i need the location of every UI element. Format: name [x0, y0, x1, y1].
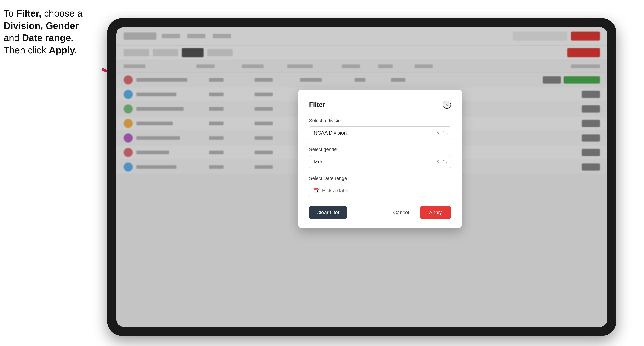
clear-filter-button[interactable]: Clear filter	[309, 206, 347, 219]
filter-modal: Filter × Select a division NCAA Division…	[298, 90, 462, 228]
instruction-line1: To Filter, choose a	[4, 8, 82, 18]
instruction-panel: To Filter, choose a Division, Gender and…	[4, 7, 106, 56]
tablet-frame: Filter × Select a division NCAA Division…	[107, 18, 616, 336]
cancel-button[interactable]: Cancel	[386, 206, 416, 219]
division-select-wrapper: NCAA Division I NCAA Division II NCAA Di…	[309, 126, 451, 139]
date-label: Select Date range	[309, 175, 451, 181]
apply-button[interactable]: Apply	[420, 206, 451, 219]
division-form-group: Select a division NCAA Division I NCAA D…	[309, 118, 451, 139]
filter-keyword: Filter,	[16, 8, 42, 18]
division-label: Select a division	[309, 118, 451, 123]
division-select[interactable]: NCAA Division I NCAA Division II NCAA Di…	[309, 126, 451, 139]
modal-overlay: Filter × Select a division NCAA Division…	[116, 27, 607, 327]
modal-close-button[interactable]: ×	[443, 101, 451, 109]
date-keyword: Date range.	[22, 32, 74, 43]
and-text: and Date range.	[4, 32, 74, 43]
date-form-group: Select Date range 📅	[309, 175, 451, 197]
footer-right-actions: Cancel Apply	[386, 206, 451, 219]
gender-label: Select gender	[309, 147, 451, 152]
modal-title: Filter	[309, 101, 325, 109]
division-gender-keyword: Division, Gender	[4, 20, 79, 31]
then-text: Then click Apply.	[4, 45, 77, 55]
modal-header: Filter ×	[309, 101, 451, 109]
date-input-wrapper: 📅	[309, 184, 451, 197]
date-range-input[interactable]	[309, 184, 451, 197]
gender-select[interactable]: Men Women Co-ed	[309, 155, 451, 168]
modal-footer: Clear filter Cancel Apply	[309, 206, 451, 219]
tablet-screen: Filter × Select a division NCAA Division…	[116, 27, 607, 327]
gender-form-group: Select gender Men Women Co-ed ✕ ⌃⌄	[309, 147, 451, 168]
gender-select-wrapper: Men Women Co-ed ✕ ⌃⌄	[309, 155, 451, 168]
apply-keyword: Apply.	[49, 45, 77, 55]
